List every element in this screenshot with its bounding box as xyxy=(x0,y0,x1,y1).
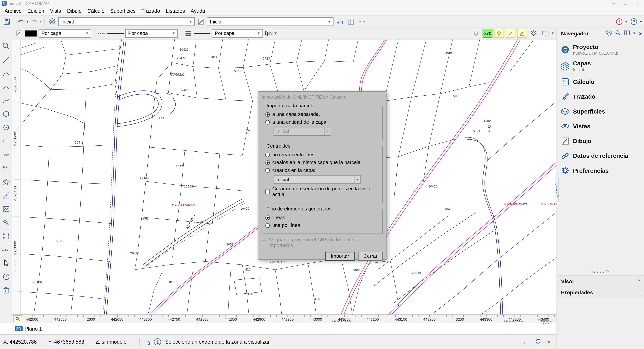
color-swatch[interactable] xyxy=(25,30,37,36)
alerts-dropdown-caret[interactable] xyxy=(625,21,628,23)
numeric-label-tool-button[interactable]: 8.0 xyxy=(1,163,11,173)
polygon-tool-button[interactable] xyxy=(1,109,11,118)
settings-gear-icon-button[interactable] xyxy=(528,28,538,38)
menu-calculo[interactable]: Cálculo xyxy=(84,7,108,15)
circle-center-tool-button[interactable] xyxy=(1,123,11,132)
help-icon-button[interactable]: ? xyxy=(629,17,639,27)
display-monitor-icon-button[interactable] xyxy=(540,28,550,38)
radio-crearlos-en-la-capa[interactable]: crearlos en la capa: xyxy=(265,167,379,173)
menu-superficies[interactable]: Superficies xyxy=(108,7,138,15)
radio-no-crear-centroides[interactable]: no crear centroides. xyxy=(265,152,379,157)
nav-item-dibujo[interactable]: Dibujo xyxy=(557,134,644,148)
georeference-key-tool-button[interactable] xyxy=(1,217,11,227)
checkbox-crear-presentacion-puntos[interactable]: Crear una presentación de puntos en la v… xyxy=(265,186,379,197)
tile-windows-icon-button[interactable] xyxy=(346,17,356,27)
navigator-expand-icon[interactable] xyxy=(638,32,642,35)
undo-button[interactable] xyxy=(17,17,25,26)
nav-item-vistas[interactable]: Vistas xyxy=(557,119,644,134)
menu-trazado[interactable]: Trazado xyxy=(138,7,163,15)
linetype-combobox[interactable]: Por capa xyxy=(125,29,178,38)
text-tool-button[interactable]: Txt xyxy=(1,150,11,159)
visor-section-header[interactable]: Visor xyxy=(557,275,644,287)
redo-button[interactable] xyxy=(30,17,38,26)
maximize-button[interactable] xyxy=(619,0,632,7)
selection-frame-tool-button[interactable] xyxy=(1,231,11,240)
importar-button[interactable]: Importar xyxy=(325,252,355,261)
dashed-line-tool-button[interactable] xyxy=(1,136,11,145)
previous-view-button[interactable]: ← xyxy=(522,338,529,345)
minimize-button[interactable]: ─ xyxy=(607,0,619,7)
delete-tool-button[interactable] xyxy=(1,285,11,295)
nav-item-datos-de-referencia[interactable]: Datos de referencia xyxy=(557,148,644,163)
visor-collapse-icon[interactable] xyxy=(637,279,640,283)
cerrar-button[interactable]: Cerrar xyxy=(358,252,383,261)
propiedades-section-header[interactable]: Propiedades— xyxy=(557,287,644,298)
menu-ayuda[interactable]: Ayuda xyxy=(188,7,208,15)
display-dropdown-caret[interactable] xyxy=(552,33,554,34)
info-tool-button[interactable]: i xyxy=(1,272,11,281)
menu-vista[interactable]: Vista xyxy=(47,7,64,15)
navigator-grid-icon[interactable] xyxy=(606,29,612,37)
lineweight-combobox[interactable]: Por capa xyxy=(212,29,263,38)
nav-item-capas[interactable]: CapasInicial xyxy=(557,58,644,75)
linetype-icon[interactable] xyxy=(97,29,106,38)
navigator-search-icon[interactable] xyxy=(615,29,622,37)
vertex-polygon-tool-button[interactable] xyxy=(1,177,11,186)
arc-tool-button[interactable] xyxy=(1,68,11,78)
map-label: 5101 xyxy=(473,129,480,133)
bottom-collapse-handle[interactable] xyxy=(557,268,644,275)
zoom-tool-button[interactable] xyxy=(1,41,11,51)
help-dropdown-caret[interactable] xyxy=(640,21,642,23)
image-tool-button[interactable] xyxy=(1,204,11,213)
navigator-layout-caret[interactable] xyxy=(633,33,636,34)
nav-item-trazado[interactable]: Trazado xyxy=(557,89,644,104)
redo-dropdown-caret[interactable] xyxy=(39,21,42,23)
split-view-icon-button[interactable] xyxy=(357,17,367,27)
active-layer-combobox[interactable]: Inicial xyxy=(58,17,195,26)
spline-tool-button[interactable] xyxy=(1,95,11,105)
save-button[interactable] xyxy=(2,17,12,27)
nav-item-proyecto[interactable]: C Proyectonuevo1.CTM 651.04 Kb xyxy=(557,42,644,58)
close-button[interactable]: × xyxy=(632,0,644,7)
draft-pencil-toggle-button[interactable] xyxy=(506,29,516,38)
zoom-window-icon[interactable] xyxy=(144,337,152,346)
cancel-command-button[interactable]: × xyxy=(547,338,551,345)
arrange-windows-icon-button[interactable] xyxy=(335,17,344,27)
undo-dropdown-caret[interactable] xyxy=(26,21,29,23)
select-cursor-tool-button[interactable] xyxy=(1,258,11,268)
nav-item-preferencias[interactable]: Preferencias xyxy=(557,163,644,178)
active-view-combobox[interactable]: Inicial xyxy=(207,17,334,26)
radio-a-una-entidad-de-la-capa[interactable]: a una entidad de la capa: xyxy=(265,119,379,125)
alerts-icon-button[interactable]: ! xyxy=(614,17,624,27)
lineweight-icon[interactable] xyxy=(184,29,192,38)
color-combobox[interactable]: Por capa xyxy=(38,29,91,38)
radio-una-polilinea[interactable]: una polilínea. xyxy=(265,222,379,228)
radius-arc-tool-button[interactable]: R xyxy=(1,82,11,91)
ruler-corner-icon[interactable] xyxy=(13,315,22,322)
menu-listados[interactable]: Listados xyxy=(163,7,188,15)
snap-cursor-icon[interactable]: N xyxy=(264,29,273,38)
snap-dropdown-caret[interactable] xyxy=(274,33,277,34)
pen-properties-icon[interactable] xyxy=(15,29,23,38)
radio-crealos-en-la-misma-capa[interactable]: crealos en la misma capa que la parcela. xyxy=(265,160,379,165)
menu-archivo[interactable]: Archivo xyxy=(2,7,25,15)
refresh-view-button[interactable] xyxy=(534,338,541,346)
propiedades-collapse-icon[interactable]: — xyxy=(634,289,640,295)
menu-edicion[interactable]: Edición xyxy=(24,7,47,15)
panel-collapse-handle[interactable] xyxy=(555,177,558,203)
nav-item-superficies[interactable]: Superficies xyxy=(557,104,644,119)
menu-dibujo[interactable]: Dibujo xyxy=(64,7,84,15)
xyz-coordinates-button[interactable]: XYZ xyxy=(483,29,492,38)
radio-a-una-capa-separada[interactable]: a una capa separada. xyxy=(265,111,379,117)
navigator-layout-icon[interactable] xyxy=(624,29,630,37)
angle-toggle-button[interactable] xyxy=(517,29,527,38)
numbering-tool-button[interactable]: 1-2-3 xyxy=(1,245,11,254)
radio-lineas[interactable]: lineas. xyxy=(265,215,379,220)
combo-centroides-capa[interactable]: Inicial xyxy=(274,175,361,184)
lightbulb-toggle-button[interactable] xyxy=(494,29,504,38)
measure-tool-button[interactable] xyxy=(1,190,11,200)
nav-item-calculo[interactable]: +×= Cálculo xyxy=(557,75,644,89)
tab-plano-1[interactable]: 2D Plano 1 xyxy=(12,324,48,333)
line-tool-button[interactable] xyxy=(1,55,11,64)
magnet-snap-icon-button[interactable] xyxy=(471,28,481,38)
